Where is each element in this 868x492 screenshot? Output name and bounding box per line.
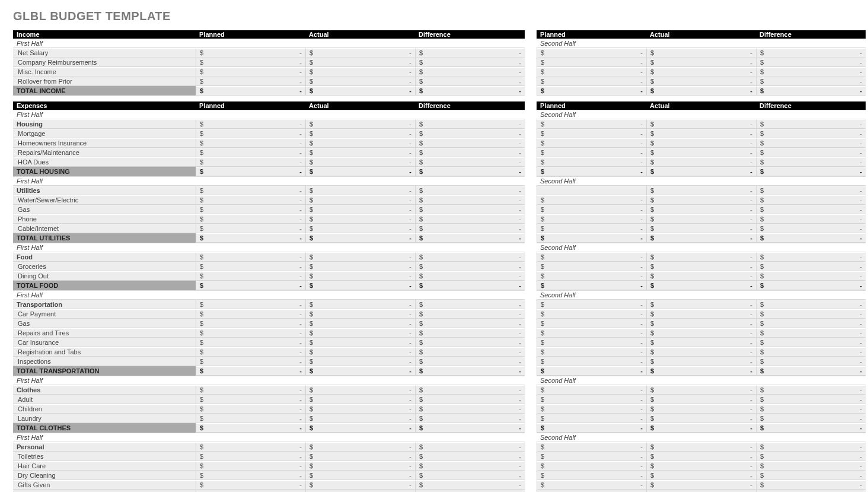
amount-cell[interactable]: $- xyxy=(305,423,415,433)
amount-cell[interactable]: $- xyxy=(415,281,525,290)
amount-cell[interactable]: $- xyxy=(305,186,415,195)
amount-cell[interactable]: $- xyxy=(756,490,866,492)
amount-cell[interactable]: $- xyxy=(537,214,646,224)
amount-cell[interactable]: $- xyxy=(305,77,415,86)
amount-cell[interactable]: $- xyxy=(305,319,415,328)
amount-cell[interactable]: $- xyxy=(756,119,866,129)
amount-cell[interactable]: $- xyxy=(196,471,305,480)
amount-cell[interactable]: $- xyxy=(415,471,525,480)
amount-cell[interactable]: $- xyxy=(196,119,305,129)
amount-cell[interactable]: $- xyxy=(646,471,756,480)
amount-cell[interactable]: $- xyxy=(305,338,415,347)
amount-cell[interactable]: $- xyxy=(756,233,866,243)
amount-cell[interactable]: $- xyxy=(305,262,415,271)
amount-cell[interactable]: $- xyxy=(305,461,415,471)
amount-cell[interactable]: $- xyxy=(646,157,756,167)
amount-cell[interactable]: $- xyxy=(196,252,305,262)
amount-cell[interactable]: $- xyxy=(646,338,756,347)
amount-cell[interactable]: $- xyxy=(646,452,756,461)
amount-cell[interactable]: $- xyxy=(415,224,525,233)
amount-cell[interactable]: $- xyxy=(305,366,415,376)
amount-cell[interactable]: $- xyxy=(537,167,646,176)
amount-cell[interactable]: $- xyxy=(415,214,525,224)
amount-cell[interactable]: $- xyxy=(415,347,525,357)
amount-cell[interactable]: $- xyxy=(537,157,646,167)
amount-cell[interactable]: $- xyxy=(756,309,866,319)
amount-cell[interactable]: $- xyxy=(756,471,866,480)
amount-cell[interactable]: $- xyxy=(305,414,415,423)
amount-cell[interactable]: $- xyxy=(537,442,646,452)
amount-cell[interactable]: $- xyxy=(537,281,646,290)
amount-cell[interactable]: $- xyxy=(305,347,415,357)
amount-cell[interactable]: $- xyxy=(537,385,646,395)
amount-cell[interactable]: $- xyxy=(415,490,525,492)
amount-cell[interactable]: $- xyxy=(305,252,415,262)
amount-cell[interactable]: $- xyxy=(756,58,866,67)
amount-cell[interactable]: $- xyxy=(415,119,525,129)
amount-cell[interactable]: $- xyxy=(415,452,525,461)
amount-cell[interactable]: $- xyxy=(196,357,305,366)
amount-cell[interactable]: $- xyxy=(646,357,756,366)
amount-cell[interactable]: $- xyxy=(646,319,756,328)
amount-cell[interactable]: $- xyxy=(537,262,646,271)
amount-cell[interactable]: $- xyxy=(305,271,415,281)
amount-cell[interactable]: $- xyxy=(537,471,646,480)
amount-cell[interactable]: $- xyxy=(196,195,305,205)
amount-cell[interactable]: $- xyxy=(415,385,525,395)
amount-cell[interactable]: $- xyxy=(756,86,866,96)
amount-cell[interactable]: $- xyxy=(305,67,415,77)
amount-cell[interactable]: $- xyxy=(415,195,525,205)
amount-cell[interactable]: $- xyxy=(756,395,866,404)
amount-cell[interactable]: $- xyxy=(646,48,756,58)
amount-cell[interactable]: $- xyxy=(646,252,756,262)
amount-cell[interactable]: $- xyxy=(415,271,525,281)
amount-cell[interactable]: $- xyxy=(196,395,305,404)
amount-cell[interactable]: $- xyxy=(196,157,305,167)
amount-cell[interactable]: $- xyxy=(537,328,646,338)
amount-cell[interactable]: $- xyxy=(756,129,866,138)
amount-cell[interactable]: $- xyxy=(415,148,525,157)
amount-cell[interactable]: $- xyxy=(537,148,646,157)
amount-cell[interactable]: $- xyxy=(537,300,646,309)
amount-cell[interactable]: $- xyxy=(537,77,646,86)
amount-cell[interactable]: $- xyxy=(646,58,756,67)
amount-cell[interactable]: $- xyxy=(415,309,525,319)
amount-cell[interactable]: $- xyxy=(537,319,646,328)
amount-cell[interactable]: $- xyxy=(756,67,866,77)
amount-cell[interactable]: $- xyxy=(537,395,646,404)
amount-cell[interactable]: $- xyxy=(537,461,646,471)
amount-cell[interactable]: $- xyxy=(305,205,415,214)
amount-cell[interactable]: $- xyxy=(537,366,646,376)
amount-cell[interactable]: $- xyxy=(305,58,415,67)
amount-cell[interactable]: $- xyxy=(415,319,525,328)
amount-cell[interactable]: $- xyxy=(415,48,525,58)
amount-cell[interactable]: $- xyxy=(415,129,525,138)
amount-cell[interactable]: $- xyxy=(537,119,646,129)
amount-cell[interactable]: $- xyxy=(646,328,756,338)
amount-cell[interactable]: $- xyxy=(196,58,305,67)
amount-cell[interactable]: $- xyxy=(305,195,415,205)
amount-cell[interactable]: $- xyxy=(537,233,646,243)
amount-cell[interactable]: $- xyxy=(646,214,756,224)
amount-cell[interactable]: $- xyxy=(646,480,756,490)
amount-cell[interactable]: $- xyxy=(196,347,305,357)
amount-cell[interactable]: $- xyxy=(305,281,415,290)
amount-cell[interactable]: $- xyxy=(756,423,866,433)
amount-cell[interactable]: $- xyxy=(415,138,525,148)
amount-cell[interactable]: $- xyxy=(305,119,415,129)
amount-cell[interactable]: $- xyxy=(305,157,415,167)
amount-cell[interactable]: $- xyxy=(196,271,305,281)
amount-cell[interactable]: $- xyxy=(196,461,305,471)
amount-cell[interactable]: $- xyxy=(756,281,866,290)
amount-cell[interactable]: $- xyxy=(537,195,646,205)
amount-cell[interactable]: $- xyxy=(305,138,415,148)
amount-cell[interactable]: $- xyxy=(537,404,646,414)
amount-cell[interactable]: $- xyxy=(537,129,646,138)
amount-cell[interactable]: $- xyxy=(646,205,756,214)
amount-cell[interactable]: $- xyxy=(537,347,646,357)
amount-cell[interactable]: $- xyxy=(756,319,866,328)
amount-cell[interactable]: $- xyxy=(537,48,646,58)
amount-cell[interactable]: $- xyxy=(196,67,305,77)
amount-cell[interactable]: $- xyxy=(415,300,525,309)
amount-cell[interactable]: $- xyxy=(305,167,415,176)
